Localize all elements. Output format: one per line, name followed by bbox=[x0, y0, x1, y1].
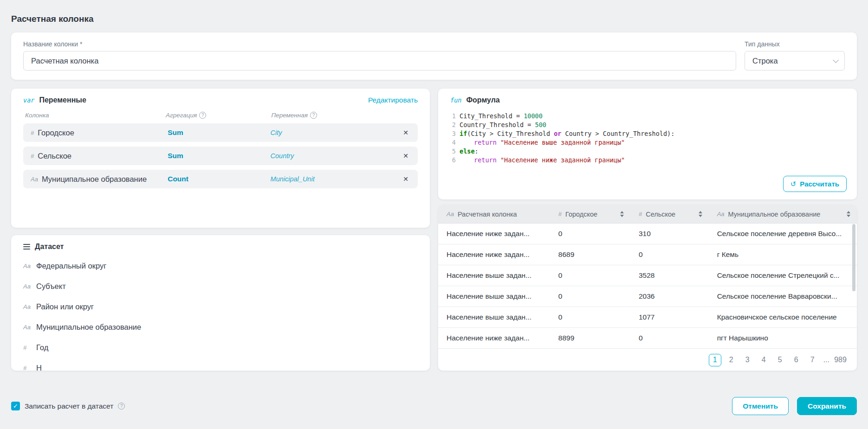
table-row: Население выше задан...0 2036Сельское по… bbox=[438, 286, 857, 307]
table-row: Население выше задан...0 3528Сельское по… bbox=[438, 265, 857, 286]
formula-panel: fun Формула 1City_Threshold = 10000 2Cou… bbox=[438, 89, 857, 199]
formula-title: Формула bbox=[466, 96, 499, 104]
close-icon[interactable]: ✕ bbox=[400, 150, 411, 161]
sort-icon[interactable] bbox=[843, 211, 850, 217]
calculate-button[interactable]: ↺ Рассчитать bbox=[783, 176, 847, 192]
dataset-item[interactable]: # Год bbox=[23, 337, 418, 358]
col-header-aggregation: Агрегация? bbox=[166, 112, 271, 119]
col-header-column: Колонка bbox=[25, 112, 166, 119]
dataset-panel: Датасет Аа Федеральный округ Аа Субъект … bbox=[11, 235, 430, 371]
header-municipal-column[interactable]: Аа Муниципальное образование bbox=[709, 211, 857, 218]
text-type-icon: Аа bbox=[447, 211, 454, 218]
page-button[interactable]: 2 bbox=[725, 354, 738, 366]
column-settings-card: Название колонки * Тип данных Строка bbox=[11, 32, 857, 80]
variable-name[interactable]: Country bbox=[271, 152, 385, 160]
variable-row: АаМуниципальное образование Count Munici… bbox=[23, 170, 418, 188]
sort-icon[interactable] bbox=[616, 211, 624, 217]
column-name-label: Название колонки * bbox=[23, 40, 736, 48]
text-type-icon: Аа bbox=[23, 303, 34, 310]
edit-link[interactable]: Редактировать bbox=[368, 96, 418, 104]
page-button[interactable]: 4 bbox=[758, 354, 770, 366]
header-city-column[interactable]: # Городское bbox=[550, 211, 630, 218]
refresh-icon: ↺ bbox=[790, 180, 797, 188]
variables-title: Переменные bbox=[39, 96, 86, 104]
page-title: Расчетная колонка bbox=[11, 14, 857, 24]
table-row: Население ниже задан...0 310Сельское пос… bbox=[438, 224, 857, 244]
variable-name[interactable]: Municipal_Unit bbox=[271, 175, 385, 183]
dataset-item[interactable]: Аа Федеральный округ bbox=[23, 256, 418, 276]
formula-code-editor[interactable]: 1City_Threshold = 10000 2Country_Thresho… bbox=[450, 112, 845, 165]
dataset-icon bbox=[23, 244, 30, 250]
var-badge: var bbox=[23, 96, 34, 104]
close-icon[interactable]: ✕ bbox=[400, 173, 411, 185]
checkbox-checked[interactable]: ✓ bbox=[11, 402, 20, 410]
data-type-label: Тип данных bbox=[745, 40, 845, 48]
header-calculated-column[interactable]: Аа Расчетная колонка bbox=[438, 211, 550, 218]
dataset-item[interactable]: Аа Район или округ bbox=[23, 296, 418, 317]
chevron-down-icon bbox=[833, 57, 839, 63]
aggregation-select[interactable]: Sum bbox=[168, 152, 270, 160]
write-to-dataset-checkbox-row[interactable]: ✓ Записать расчет в датасет ? bbox=[11, 402, 125, 410]
table-row: Население ниже задан...8899 0пгт Нарышки… bbox=[438, 328, 857, 349]
column-name-input[interactable] bbox=[23, 51, 736, 70]
text-type-icon: Аа bbox=[23, 263, 34, 269]
number-type-icon: # bbox=[31, 129, 34, 136]
save-button[interactable]: Сохранить bbox=[797, 397, 857, 415]
help-icon[interactable]: ? bbox=[310, 112, 317, 119]
number-type-icon: # bbox=[31, 153, 34, 160]
help-icon[interactable]: ? bbox=[199, 112, 206, 119]
variable-column-name: Городское bbox=[38, 128, 74, 137]
table-header-row: Аа Расчетная колонка # Городское # Сельс… bbox=[438, 205, 857, 224]
results-table-panel: Аа Расчетная колонка # Городское # Сельс… bbox=[438, 205, 857, 371]
col-header-variable: Переменная? bbox=[271, 112, 389, 119]
variable-row: #Городское Sum City ✕ bbox=[23, 123, 418, 142]
text-type-icon: Аа bbox=[717, 211, 725, 218]
page-button[interactable]: 1 bbox=[709, 354, 721, 366]
close-icon[interactable]: ✕ bbox=[400, 127, 411, 138]
page-button[interactable]: 7 bbox=[806, 354, 819, 366]
header-country-column[interactable]: # Сельское bbox=[630, 211, 709, 218]
dataset-item[interactable]: # Н bbox=[23, 358, 418, 371]
data-type-value: Строка bbox=[752, 57, 778, 65]
aggregation-select[interactable]: Sum bbox=[168, 128, 270, 137]
pagination-ellipsis: ... bbox=[823, 356, 830, 364]
number-type-icon: # bbox=[639, 211, 642, 218]
text-type-icon: Аа bbox=[31, 176, 38, 183]
page-button[interactable]: 6 bbox=[790, 354, 803, 366]
number-type-icon: # bbox=[23, 365, 34, 371]
dataset-item[interactable]: Аа Муниципальное образование bbox=[23, 317, 418, 337]
help-icon[interactable]: ? bbox=[118, 403, 125, 410]
checkbox-label: Записать расчет в датасет bbox=[25, 402, 113, 410]
table-row: Население ниже задан...8689 0г Кемь bbox=[438, 244, 857, 265]
data-type-select[interactable]: Строка bbox=[745, 51, 845, 70]
page-button[interactable]: 3 bbox=[741, 354, 754, 366]
variable-column-name: Сельское bbox=[38, 152, 71, 160]
number-type-icon: # bbox=[23, 344, 34, 351]
variable-column-name: Муниципальное образование bbox=[42, 175, 147, 184]
sort-icon[interactable] bbox=[695, 211, 702, 217]
fun-badge: fun bbox=[450, 96, 461, 104]
table-row: Население выше задан...0 1077Красновичск… bbox=[438, 307, 857, 328]
text-type-icon: Аа bbox=[23, 283, 34, 290]
page-button-last[interactable]: 989 bbox=[834, 354, 847, 366]
variable-name[interactable]: City bbox=[271, 129, 385, 136]
number-type-icon: # bbox=[558, 211, 562, 218]
variables-panel: var Переменные Редактировать Колонка Агр… bbox=[11, 89, 430, 228]
aggregation-select[interactable]: Count bbox=[168, 175, 270, 183]
table-scrollbar[interactable] bbox=[852, 224, 855, 346]
dataset-title: Датасет bbox=[35, 243, 64, 251]
page-button[interactable]: 5 bbox=[774, 354, 786, 366]
text-type-icon: Аа bbox=[23, 324, 34, 331]
cancel-button[interactable]: Отменить bbox=[732, 397, 789, 415]
variable-row: #Сельское Sum Country ✕ bbox=[23, 147, 418, 165]
dataset-item[interactable]: Аа Субъект bbox=[23, 276, 418, 296]
pagination: 1 2 3 4 5 6 7 ... 989 bbox=[438, 349, 857, 371]
